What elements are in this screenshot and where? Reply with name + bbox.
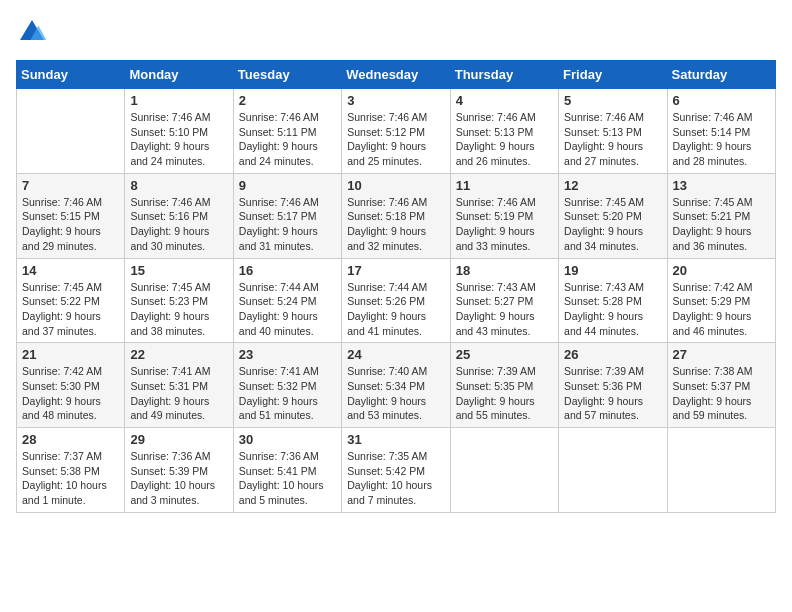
day-info: Sunrise: 7:46 AMSunset: 5:10 PMDaylight:… — [130, 110, 227, 169]
logo — [16, 16, 52, 48]
calendar-cell: 19Sunrise: 7:43 AMSunset: 5:28 PMDayligh… — [559, 258, 667, 343]
day-number: 22 — [130, 347, 227, 362]
day-info: Sunrise: 7:36 AMSunset: 5:41 PMDaylight:… — [239, 449, 336, 508]
day-number: 25 — [456, 347, 553, 362]
calendar-week-3: 14Sunrise: 7:45 AMSunset: 5:22 PMDayligh… — [17, 258, 776, 343]
calendar-cell: 18Sunrise: 7:43 AMSunset: 5:27 PMDayligh… — [450, 258, 558, 343]
day-info: Sunrise: 7:46 AMSunset: 5:11 PMDaylight:… — [239, 110, 336, 169]
calendar-cell — [17, 89, 125, 174]
day-info: Sunrise: 7:46 AMSunset: 5:15 PMDaylight:… — [22, 195, 119, 254]
calendar-cell: 8Sunrise: 7:46 AMSunset: 5:16 PMDaylight… — [125, 173, 233, 258]
day-number: 13 — [673, 178, 770, 193]
calendar-cell: 27Sunrise: 7:38 AMSunset: 5:37 PMDayligh… — [667, 343, 775, 428]
calendar-cell — [667, 428, 775, 513]
calendar-header-row: SundayMondayTuesdayWednesdayThursdayFrid… — [17, 61, 776, 89]
day-info: Sunrise: 7:42 AMSunset: 5:30 PMDaylight:… — [22, 364, 119, 423]
day-info: Sunrise: 7:43 AMSunset: 5:28 PMDaylight:… — [564, 280, 661, 339]
day-info: Sunrise: 7:40 AMSunset: 5:34 PMDaylight:… — [347, 364, 444, 423]
day-number: 9 — [239, 178, 336, 193]
day-info: Sunrise: 7:39 AMSunset: 5:36 PMDaylight:… — [564, 364, 661, 423]
calendar-cell: 23Sunrise: 7:41 AMSunset: 5:32 PMDayligh… — [233, 343, 341, 428]
day-number: 17 — [347, 263, 444, 278]
day-info: Sunrise: 7:41 AMSunset: 5:31 PMDaylight:… — [130, 364, 227, 423]
day-info: Sunrise: 7:46 AMSunset: 5:16 PMDaylight:… — [130, 195, 227, 254]
calendar-cell: 20Sunrise: 7:42 AMSunset: 5:29 PMDayligh… — [667, 258, 775, 343]
day-info: Sunrise: 7:35 AMSunset: 5:42 PMDaylight:… — [347, 449, 444, 508]
calendar-week-4: 21Sunrise: 7:42 AMSunset: 5:30 PMDayligh… — [17, 343, 776, 428]
day-info: Sunrise: 7:44 AMSunset: 5:24 PMDaylight:… — [239, 280, 336, 339]
calendar-cell: 12Sunrise: 7:45 AMSunset: 5:20 PMDayligh… — [559, 173, 667, 258]
calendar-cell: 13Sunrise: 7:45 AMSunset: 5:21 PMDayligh… — [667, 173, 775, 258]
day-info: Sunrise: 7:46 AMSunset: 5:14 PMDaylight:… — [673, 110, 770, 169]
calendar-cell: 15Sunrise: 7:45 AMSunset: 5:23 PMDayligh… — [125, 258, 233, 343]
day-number: 27 — [673, 347, 770, 362]
day-number: 8 — [130, 178, 227, 193]
day-number: 14 — [22, 263, 119, 278]
day-number: 10 — [347, 178, 444, 193]
calendar-table: SundayMondayTuesdayWednesdayThursdayFrid… — [16, 60, 776, 513]
page-header — [16, 16, 776, 48]
calendar-cell: 9Sunrise: 7:46 AMSunset: 5:17 PMDaylight… — [233, 173, 341, 258]
day-number: 24 — [347, 347, 444, 362]
calendar-cell: 10Sunrise: 7:46 AMSunset: 5:18 PMDayligh… — [342, 173, 450, 258]
day-number: 28 — [22, 432, 119, 447]
day-number: 1 — [130, 93, 227, 108]
day-info: Sunrise: 7:37 AMSunset: 5:38 PMDaylight:… — [22, 449, 119, 508]
header-day-monday: Monday — [125, 61, 233, 89]
day-info: Sunrise: 7:41 AMSunset: 5:32 PMDaylight:… — [239, 364, 336, 423]
calendar-cell: 30Sunrise: 7:36 AMSunset: 5:41 PMDayligh… — [233, 428, 341, 513]
calendar-cell: 4Sunrise: 7:46 AMSunset: 5:13 PMDaylight… — [450, 89, 558, 174]
calendar-cell — [559, 428, 667, 513]
day-number: 21 — [22, 347, 119, 362]
day-number: 12 — [564, 178, 661, 193]
calendar-cell — [450, 428, 558, 513]
day-number: 6 — [673, 93, 770, 108]
calendar-cell: 29Sunrise: 7:36 AMSunset: 5:39 PMDayligh… — [125, 428, 233, 513]
day-info: Sunrise: 7:39 AMSunset: 5:35 PMDaylight:… — [456, 364, 553, 423]
day-number: 3 — [347, 93, 444, 108]
day-info: Sunrise: 7:43 AMSunset: 5:27 PMDaylight:… — [456, 280, 553, 339]
day-number: 4 — [456, 93, 553, 108]
calendar-cell: 6Sunrise: 7:46 AMSunset: 5:14 PMDaylight… — [667, 89, 775, 174]
day-info: Sunrise: 7:38 AMSunset: 5:37 PMDaylight:… — [673, 364, 770, 423]
day-number: 16 — [239, 263, 336, 278]
calendar-cell: 26Sunrise: 7:39 AMSunset: 5:36 PMDayligh… — [559, 343, 667, 428]
header-day-friday: Friday — [559, 61, 667, 89]
calendar-cell: 17Sunrise: 7:44 AMSunset: 5:26 PMDayligh… — [342, 258, 450, 343]
day-info: Sunrise: 7:36 AMSunset: 5:39 PMDaylight:… — [130, 449, 227, 508]
calendar-week-2: 7Sunrise: 7:46 AMSunset: 5:15 PMDaylight… — [17, 173, 776, 258]
day-number: 5 — [564, 93, 661, 108]
day-number: 19 — [564, 263, 661, 278]
day-info: Sunrise: 7:42 AMSunset: 5:29 PMDaylight:… — [673, 280, 770, 339]
day-number: 7 — [22, 178, 119, 193]
calendar-cell: 7Sunrise: 7:46 AMSunset: 5:15 PMDaylight… — [17, 173, 125, 258]
calendar-cell: 11Sunrise: 7:46 AMSunset: 5:19 PMDayligh… — [450, 173, 558, 258]
header-day-thursday: Thursday — [450, 61, 558, 89]
day-number: 26 — [564, 347, 661, 362]
calendar-cell: 25Sunrise: 7:39 AMSunset: 5:35 PMDayligh… — [450, 343, 558, 428]
day-info: Sunrise: 7:45 AMSunset: 5:22 PMDaylight:… — [22, 280, 119, 339]
header-day-sunday: Sunday — [17, 61, 125, 89]
calendar-cell: 21Sunrise: 7:42 AMSunset: 5:30 PMDayligh… — [17, 343, 125, 428]
calendar-week-1: 1Sunrise: 7:46 AMSunset: 5:10 PMDaylight… — [17, 89, 776, 174]
day-number: 29 — [130, 432, 227, 447]
day-info: Sunrise: 7:45 AMSunset: 5:23 PMDaylight:… — [130, 280, 227, 339]
calendar-cell: 14Sunrise: 7:45 AMSunset: 5:22 PMDayligh… — [17, 258, 125, 343]
calendar-cell: 3Sunrise: 7:46 AMSunset: 5:12 PMDaylight… — [342, 89, 450, 174]
day-info: Sunrise: 7:44 AMSunset: 5:26 PMDaylight:… — [347, 280, 444, 339]
day-number: 31 — [347, 432, 444, 447]
day-number: 30 — [239, 432, 336, 447]
calendar-cell: 28Sunrise: 7:37 AMSunset: 5:38 PMDayligh… — [17, 428, 125, 513]
calendar-cell: 2Sunrise: 7:46 AMSunset: 5:11 PMDaylight… — [233, 89, 341, 174]
header-day-saturday: Saturday — [667, 61, 775, 89]
day-number: 11 — [456, 178, 553, 193]
day-info: Sunrise: 7:46 AMSunset: 5:13 PMDaylight:… — [564, 110, 661, 169]
day-info: Sunrise: 7:45 AMSunset: 5:21 PMDaylight:… — [673, 195, 770, 254]
header-day-tuesday: Tuesday — [233, 61, 341, 89]
day-info: Sunrise: 7:46 AMSunset: 5:19 PMDaylight:… — [456, 195, 553, 254]
day-number: 23 — [239, 347, 336, 362]
day-info: Sunrise: 7:46 AMSunset: 5:13 PMDaylight:… — [456, 110, 553, 169]
calendar-cell: 16Sunrise: 7:44 AMSunset: 5:24 PMDayligh… — [233, 258, 341, 343]
day-number: 20 — [673, 263, 770, 278]
day-number: 15 — [130, 263, 227, 278]
